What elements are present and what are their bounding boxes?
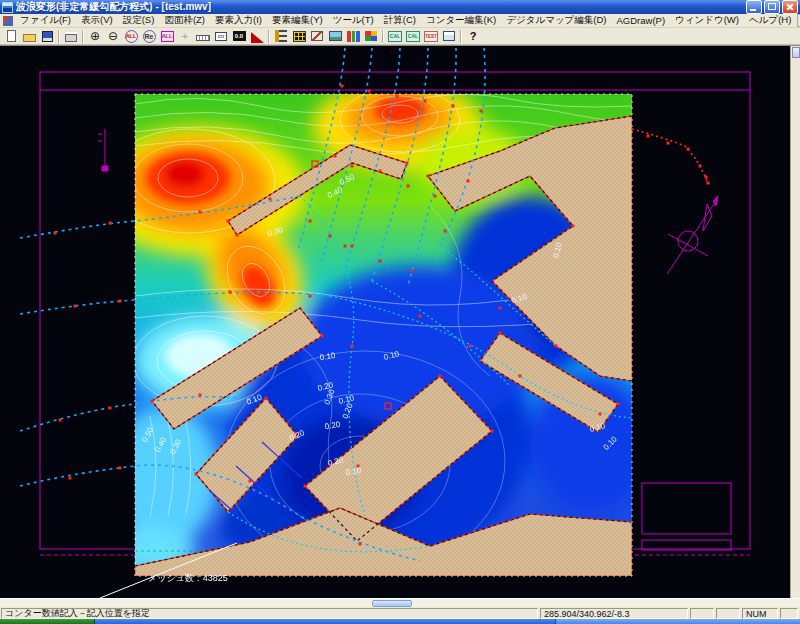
menu-item-element-input[interactable]: 要素入力(I) — [210, 14, 267, 27]
menu-item-digital-map-edit[interactable]: デジタルマップ編集(D) — [501, 14, 611, 27]
window-title: 波浪変形(非定常緩勾配方程式) - [test.mwv] — [16, 0, 744, 14]
window-tile-icon — [443, 31, 455, 41]
toolbar-separator — [382, 30, 384, 43]
pan-button[interactable]: + — [176, 29, 194, 44]
ruler-icon — [196, 35, 210, 41]
open-icon — [23, 34, 36, 42]
zoom-window-button[interactable]: ALL — [158, 29, 176, 44]
taskbar-tray — [556, 619, 800, 624]
color-bars-button[interactable] — [344, 29, 362, 44]
taskbar-task-button[interactable] — [95, 619, 556, 624]
test-icon: TEST — [424, 31, 438, 42]
application-window: 波浪変形(非定常緩勾配方程式) - [test.mwv] ファイル(F)表示(V… — [0, 0, 800, 624]
color-palette-icon — [365, 31, 377, 41]
restore-button[interactable] — [764, 0, 780, 14]
start-button[interactable] — [0, 619, 95, 624]
mesh-icon — [293, 31, 306, 42]
status-coordinates: 285.904/340.962/-8.3 — [540, 608, 688, 619]
mesh-button[interactable] — [290, 29, 308, 44]
menu-item-contour-edit[interactable]: コンター編集(K) — [421, 14, 501, 27]
calc-run-button[interactable]: CAL — [386, 29, 404, 44]
color-palette-button[interactable] — [362, 29, 380, 44]
pan-icon: + — [182, 30, 188, 42]
status-bar: コンター数値記入－記入位置を指定 285.904/340.962/-8.3 NU… — [0, 607, 800, 619]
calc-set-button[interactable]: CAL — [404, 29, 422, 44]
node-tool-icon — [311, 31, 323, 41]
frame-icon — [215, 32, 227, 41]
ruler-button[interactable] — [194, 29, 212, 44]
help-icon: ? — [470, 30, 477, 42]
menu-item-settings[interactable]: 設定(S) — [118, 14, 160, 27]
zoom-in-icon: ⊕ — [90, 29, 100, 43]
save-button[interactable] — [38, 29, 56, 44]
open-button[interactable] — [20, 29, 38, 44]
test-button[interactable]: TEST — [422, 29, 440, 44]
legend-list-icon — [275, 30, 287, 42]
title-bar: 波浪変形(非定常緩勾配方程式) - [test.mwv] — [0, 0, 800, 14]
color-bars-icon — [347, 31, 360, 42]
value-icon: 0.0 — [233, 31, 246, 41]
mesh-count-label: メッシュ数：43825 — [148, 573, 228, 583]
zoom-window-icon: ALL — [161, 31, 174, 42]
status-blank-3 — [780, 608, 798, 619]
zoom-out-button[interactable]: ⊖ — [104, 29, 122, 44]
contour-button[interactable] — [248, 29, 266, 44]
drawing-area[interactable]: メッシュ数：43825 0.500.400.300.500.400.300.30… — [0, 45, 800, 598]
menu-item-window[interactable]: ウィンドウ(W) — [670, 14, 744, 27]
menu-item-tools[interactable]: ツール(T) — [328, 14, 379, 27]
toolbar-separator — [82, 30, 84, 43]
menu-item-calc[interactable]: 計算(C) — [379, 14, 421, 27]
image-button[interactable] — [326, 29, 344, 44]
menu-item-drawing-frame[interactable]: 図面枠(Z) — [159, 14, 210, 27]
menu-bar: ファイル(F)表示(V)設定(S)図面枠(Z)要素入力(I)要素編集(Y)ツール… — [0, 14, 800, 28]
image-icon — [329, 31, 342, 41]
toolbar-separator — [460, 30, 462, 43]
zoom-in-button[interactable]: ⊕ — [86, 29, 104, 44]
document-icon[interactable] — [3, 16, 13, 26]
frame-button[interactable] — [212, 29, 230, 44]
legend-list-button[interactable] — [272, 29, 290, 44]
horizontal-scrollbar-thumb[interactable] — [372, 600, 412, 607]
menu-bar-items: ファイル(F)表示(V)設定(S)図面枠(Z)要素入力(I)要素編集(Y)ツール… — [15, 14, 796, 27]
status-message: コンター数値記入－記入位置を指定 — [1, 608, 538, 619]
right-dock-strip — [790, 46, 800, 599]
value-button[interactable]: 0.0 — [230, 29, 248, 44]
minimize-button[interactable] — [746, 0, 762, 14]
taskbar — [0, 619, 800, 624]
menu-item-agdraw[interactable]: AGDraw(P) — [612, 15, 671, 26]
horizontal-scrollbar[interactable] — [0, 598, 800, 607]
app-icon — [2, 2, 13, 13]
help-button[interactable]: ? — [464, 29, 482, 44]
menu-item-element-edit[interactable]: 要素編集(Y) — [267, 14, 328, 27]
calc-run-icon: CAL — [388, 31, 402, 42]
close-button[interactable] — [782, 0, 798, 14]
status-blank-2 — [716, 608, 740, 619]
drawing-canvas[interactable]: メッシュ数：43825 0.500.400.300.500.400.300.30… — [0, 46, 790, 599]
menu-item-view[interactable]: 表示(V) — [76, 14, 118, 27]
menu-item-file[interactable]: ファイル(F) — [15, 14, 76, 27]
zoom-prev-icon: Re — [143, 30, 156, 43]
status-num-lock: NUM — [742, 608, 778, 619]
print-icon — [65, 34, 77, 42]
new-icon — [7, 30, 16, 42]
menu-item-help[interactable]: ヘルプ(H) — [744, 14, 796, 27]
contour-icon — [251, 32, 264, 43]
toolbar: ⊕⊖ALLReALL+0.0CALCALTEST? — [0, 28, 800, 45]
print-button[interactable] — [62, 29, 80, 44]
node-tool-button[interactable] — [308, 29, 326, 44]
toolbar-separator — [268, 30, 270, 43]
zoom-out-icon: ⊖ — [108, 29, 118, 43]
status-blank-1 — [690, 608, 714, 619]
window-tile-button[interactable] — [440, 29, 458, 44]
zoom-all-icon: ALL — [125, 30, 138, 43]
zoom-all-button[interactable]: ALL — [122, 29, 140, 44]
calc-set-icon: CAL — [406, 31, 420, 42]
zoom-prev-button[interactable]: Re — [140, 29, 158, 44]
toolbar-separator — [58, 30, 60, 43]
new-button[interactable] — [2, 29, 20, 44]
wave-height-raster — [95, 81, 650, 576]
dock-toolbar-button[interactable] — [792, 47, 800, 58]
save-icon — [42, 31, 53, 42]
